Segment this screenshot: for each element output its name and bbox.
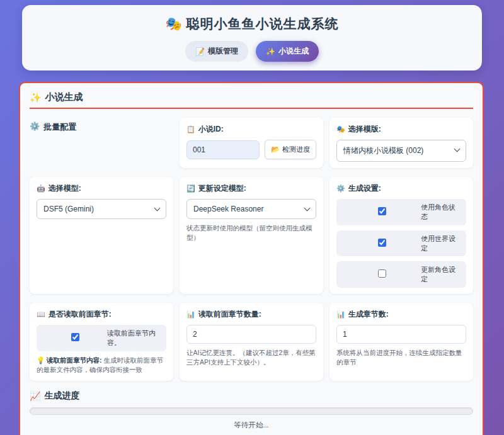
novel-id-label: 📋 小说ID: <box>186 124 316 135</box>
chapter-count-label-text: 生成章节数: <box>348 309 389 320</box>
memo-icon: 📝 <box>195 47 205 56</box>
model-select-label: 🤖 选择模型: <box>37 183 166 194</box>
model-select[interactable]: DSF5 (Gemini) <box>37 199 166 219</box>
previous-count-input[interactable] <box>186 325 316 344</box>
tab-bar: 📝 模版管理 ✨ 小说生成 <box>28 41 476 62</box>
previous-count-label-text: 读取前面章节数量: <box>198 309 261 320</box>
theater-masks-icon: 🎭 <box>165 16 182 31</box>
use-world-setting-row: 使用世界设定 <box>336 230 466 257</box>
chevron-down-icon <box>154 205 161 212</box>
template-select-value: 情绪内核小说模板 (002) <box>343 146 423 155</box>
novel-generation-panel: ✨ 小说生成 ⚙️ 批量配置 📋 小说ID: 📂 检测进度 🎭 <box>19 82 484 435</box>
generation-settings-card: ⚙️ 生成设置: 使用角色状态 使用世界设定 更新角色设定 <box>329 177 473 294</box>
update-model-label: 🔄 更新设定模型: <box>186 183 316 194</box>
previous-count-card: 📊 读取前面章节数量: 让AI记忆更连贯。（建议不超过2章，有些第三方API支持… <box>180 303 323 381</box>
read-previous-label-text: 是否读取前面章节: <box>49 309 112 320</box>
folder-icon: 📂 <box>271 145 280 154</box>
config-row-2: 🤖 选择模型: DSF5 (Gemini) 🔄 更新设定模型: DeepSeek… <box>30 177 473 294</box>
generation-settings-label-text: 生成设置: <box>348 183 381 194</box>
gear-icon: ⚙️ <box>336 184 345 193</box>
chevron-down-icon <box>304 205 311 212</box>
read-previous-hint: 💡 读取前面章节内容: 生成时读取前面章节的最新文件内容，确保内容衔接一致 <box>37 356 166 375</box>
update-character-setting-row: 更新角色设定 <box>336 261 466 288</box>
header-card: 🎭聪明小鱼鱼小说生成系统 📝 模版管理 ✨ 小说生成 <box>22 5 482 71</box>
novel-id-input[interactable] <box>186 140 260 159</box>
chapter-count-card: 📊 生成章节数: 系统将从当前进度开始，连续生成指定数量的章节 <box>329 303 473 381</box>
check-progress-button[interactable]: 📂 检测进度 <box>265 140 316 159</box>
refresh-icon: 🔄 <box>186 184 195 193</box>
generation-progress-bar <box>30 407 473 415</box>
read-previous-row: 读取前面章节内容。 <box>37 325 166 351</box>
previous-count-hint: 让AI记忆更连贯。（建议不超过2章，有些第三方API支持上下文较小）。 <box>186 348 316 367</box>
previous-count-label: 📊 读取前面章节数量: <box>186 309 316 320</box>
check-progress-button-label: 检测进度 <box>282 145 310 154</box>
update-model-hint: 状态更新时使用的模型（留空则使用生成模型） <box>186 223 316 242</box>
read-previous-checkbox[interactable] <box>71 333 79 341</box>
update-model-select-card: 🔄 更新设定模型: DeepSeek Reasoner 状态更新时使用的模型（留… <box>180 177 323 294</box>
model-select-card: 🤖 选择模型: DSF5 (Gemini) <box>30 177 173 294</box>
chapter-count-input[interactable] <box>336 325 466 344</box>
update-model-select[interactable]: DeepSeek Reasoner <box>186 199 316 219</box>
update-character-setting-label: 更新角色设定 <box>421 265 460 284</box>
use-world-setting-label: 使用世界设定 <box>421 234 460 253</box>
open-book-icon: 📖 <box>37 310 45 319</box>
page-title: 🎭聪明小鱼鱼小说生成系统 <box>28 15 476 33</box>
progress-section-title-text: 生成进度 <box>44 390 79 402</box>
template-select-card: 🎭 选择模版: 情绪内核小说模板 (002) <box>329 118 473 168</box>
theater-masks-icon: 🎭 <box>336 125 345 133</box>
read-previous-checkbox-label: 读取前面章节内容。 <box>107 329 160 347</box>
chevron-down-icon <box>454 146 461 152</box>
tab-novel-generation[interactable]: ✨ 小说生成 <box>256 41 319 62</box>
batch-config-label-text: 批量配置 <box>43 121 76 133</box>
chart-increasing-icon: 📈 <box>30 391 40 401</box>
update-model-select-value: DeepSeek Reasoner <box>193 205 263 213</box>
section-title: ✨ 小说生成 <box>30 91 473 109</box>
model-select-label-text: 选择模型: <box>49 183 81 194</box>
use-character-state-label: 使用角色状态 <box>421 203 460 222</box>
template-select-label-text: 选择模版: <box>348 124 381 135</box>
gear-icon: ⚙️ <box>30 121 40 131</box>
robot-icon: 🤖 <box>37 184 45 193</box>
page-title-text: 聪明小鱼鱼小说生成系统 <box>186 16 339 31</box>
update-model-label-text: 更新设定模型: <box>198 183 246 194</box>
tab-template-management-label: 模版管理 <box>208 46 238 57</box>
config-row-1: ⚙️ 批量配置 📋 小说ID: 📂 检测进度 🎭 选择模版: 情绪内核 <box>30 118 473 168</box>
bulb-icon: 💡 <box>37 356 45 364</box>
bar-chart-icon: 📊 <box>186 310 195 319</box>
config-row-3: 📖 是否读取前面章节: 读取前面章节内容。 💡 读取前面章节内容: 生成时读取前… <box>30 303 473 381</box>
chapter-count-label: 📊 生成章节数: <box>336 309 466 320</box>
bar-chart-icon: 📊 <box>336 310 345 319</box>
read-previous-label: 📖 是否读取前面章节: <box>37 309 166 320</box>
use-world-setting-checkbox[interactable] <box>378 239 386 247</box>
use-character-state-checkbox[interactable] <box>378 207 386 215</box>
tab-template-management[interactable]: 📝 模版管理 <box>185 41 248 62</box>
read-previous-card: 📖 是否读取前面章节: 读取前面章节内容。 💡 读取前面章节内容: 生成时读取前… <box>30 303 173 381</box>
tab-novel-generation-label: 小说生成 <box>278 46 309 57</box>
generation-settings-label: ⚙️ 生成设置: <box>336 183 466 194</box>
batch-config-label: ⚙️ 批量配置 <box>30 118 173 168</box>
use-character-state-row: 使用角色状态 <box>336 199 466 225</box>
model-select-value: DSF5 (Gemini) <box>43 205 94 213</box>
chapter-count-hint: 系统将从当前进度开始，连续生成指定数量的章节 <box>336 348 466 367</box>
novel-id-card: 📋 小说ID: 📂 检测进度 <box>180 118 323 168</box>
update-character-setting-checkbox[interactable] <box>378 269 386 278</box>
sparkles-icon: ✨ <box>30 92 42 103</box>
template-select[interactable]: 情绪内核小说模板 (002) <box>336 140 466 162</box>
template-select-label: 🎭 选择模版: <box>336 124 466 135</box>
sparkles-icon: ✨ <box>266 47 275 56</box>
section-title-text: 小说生成 <box>45 91 83 103</box>
clipboard-icon: 📋 <box>186 125 195 133</box>
progress-status-text: 等待开始... <box>30 421 473 430</box>
novel-id-label-text: 小说ID: <box>198 124 224 135</box>
progress-section-title: 📈 生成进度 <box>30 390 473 402</box>
read-previous-hint-bold: 读取前面章节内容: <box>47 356 102 364</box>
